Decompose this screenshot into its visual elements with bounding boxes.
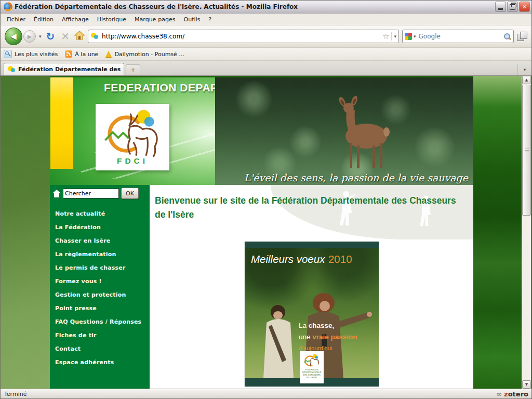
fdci-logo: FDCI (101, 108, 164, 166)
sidebar-search-row: OK (50, 188, 150, 199)
sidebar-item-faq[interactable]: FAQ Questions / Réponses (50, 315, 150, 328)
stop-button[interactable]: ✕ (59, 31, 71, 42)
web-search-input[interactable] (418, 32, 502, 41)
title-bar: Fédération Départementale des Chasseurs … (1, 1, 531, 14)
slogan-part: une (299, 333, 312, 341)
menu-fichier[interactable]: Fichier (3, 15, 30, 24)
voeux-2010-poster: Meilleurs voeux 2010 La chasse, une vrai… (245, 242, 379, 387)
zotero-logo-text: otero (508, 390, 528, 398)
refresh-button[interactable]: ↻ (45, 31, 57, 42)
sidebar-item-contact[interactable]: Contact (50, 342, 150, 355)
home-arrow-icon[interactable] (52, 190, 61, 197)
sidebar-item-point-presse[interactable]: Point presse (50, 301, 150, 315)
zotero-infinity-icon: ∞ (496, 390, 502, 398)
menu-marque-pages[interactable]: Marque-pages (130, 15, 179, 24)
tab-title: Fédération Départementale des Cha... (18, 66, 121, 73)
menu-help[interactable]: ? (204, 15, 216, 24)
restore-icon (510, 4, 515, 10)
sidebar-item-espace-adherents[interactable]: Espace adhérents (50, 355, 150, 369)
sidebar-item-actualite[interactable]: Notre actualité (50, 207, 150, 220)
fdci-acronym: FDCI (117, 156, 148, 165)
url-input[interactable] (101, 32, 380, 41)
home-button[interactable] (74, 31, 85, 42)
fdci-logo-box: FDCI (96, 104, 169, 170)
zotero-toggle[interactable]: ∞ zotero (496, 390, 529, 398)
url-dropdown[interactable]: ▾ (394, 34, 396, 39)
slogan-part: vraie passion (312, 333, 357, 341)
bookmark-label: À la une (75, 51, 98, 58)
menu-outils[interactable]: Outils (180, 15, 205, 24)
bookmark-label: Dailymotion - Poumsé ... (114, 51, 184, 58)
scroll-down-button[interactable]: ▼ (522, 380, 531, 389)
restore-button[interactable] (507, 2, 518, 12)
sidebar-item-fiches-tir[interactable]: Fiches de tir (50, 328, 150, 342)
deer-photo: L'éveil des sens, la passion de la vie s… (215, 77, 473, 185)
refresh-icon: ↻ (46, 30, 55, 43)
sidebar-item-gestion[interactable]: Gestion et protection (50, 288, 150, 301)
poster-logo-box: FÉDÉRATION DÉPARTEMENTALE DES CHASSEURS … (300, 351, 324, 383)
tab-strip: Fédération Départementale des Cha... + ▾ (1, 61, 531, 76)
site-favicon (90, 33, 99, 40)
menu-historique[interactable]: Historique (93, 15, 130, 24)
bookmark-headlines[interactable]: À la une (65, 50, 98, 58)
window-title: Fédération Départementale des Chasseurs … (15, 3, 494, 10)
sidebar-item-formez-vous[interactable]: Formez vous ! (50, 274, 150, 288)
dailymotion-icon (105, 51, 112, 57)
site-banner: FEDERATION DEPARTEMENTALE DES CHASSEURS … (50, 77, 473, 185)
sidebar-menu: Notre actualité La Fédération Chasser en… (50, 207, 150, 369)
most-visited-icon (4, 50, 12, 58)
tab-favicon (7, 66, 16, 73)
search-box[interactable]: ▾ (402, 30, 514, 43)
firefox-icon (4, 3, 12, 11)
zotero-logo: z (504, 390, 508, 398)
bookmark-star-icon[interactable]: ☆ (382, 32, 389, 41)
search-magnifier-icon[interactable] (503, 33, 511, 41)
bookmark-most-visited[interactable]: Les plus visités (4, 50, 58, 58)
main-content: Bienvenue sur le site de la Fédération D… (150, 185, 473, 389)
back-button[interactable]: ◀ (5, 28, 22, 45)
close-button[interactable]: ✕ (519, 2, 530, 12)
menu-affichage[interactable]: Affichage (58, 15, 93, 24)
new-tab-button[interactable]: + (126, 64, 140, 75)
search-engine-dropdown[interactable]: ▾ (414, 34, 416, 39)
menu-edition[interactable]: Édition (30, 15, 58, 24)
poster-fdci-logo (303, 353, 321, 368)
sidebar-item-reglementation[interactable]: La règlementation (50, 247, 150, 261)
bookmarks-bar: Les plus visités À la une Dailymotion - … (1, 48, 531, 61)
home-icon (74, 31, 85, 40)
site-search-input[interactable] (63, 189, 119, 198)
active-tab[interactable]: Fédération Départementale des Cha... (4, 63, 124, 75)
scroll-up-button[interactable]: ▲ (522, 76, 531, 84)
status-text: Terminé (3, 391, 496, 397)
slogan-part: d'aujourd'hui (299, 345, 332, 351)
browser-window: Fédération Départementale des Chasseurs … (0, 0, 532, 399)
greeting-year: 2010 (328, 253, 352, 265)
back-icon: ◀ (10, 32, 17, 41)
tab-windows-icon[interactable] (517, 32, 527, 41)
scrollbar-thumb[interactable] (522, 85, 531, 216)
url-bar[interactable]: ☆ ▾ (88, 30, 399, 43)
vertical-scrollbar[interactable]: ▲ ▼ (522, 76, 531, 389)
minimize-icon (498, 8, 503, 10)
poster-slogan: La chasse, une vraie passion d'aujourd'h… (299, 320, 377, 353)
navigation-toolbar: ◀ ▶ ▾ ↻ ✕ ☆ ▾ ▾ (1, 25, 531, 48)
sidebar-item-federation[interactable]: La Fédération (50, 220, 150, 234)
list-all-tabs-button[interactable]: ▾ (517, 64, 531, 75)
sidebar-item-permis[interactable]: Le permis de chasser (50, 261, 150, 274)
sidebar: OK Notre actualité La Fédération Chasser… (50, 185, 150, 389)
menu-bar: Fichier Édition Affichage Historique Mar… (1, 14, 531, 25)
bookmark-dailymotion[interactable]: Dailymotion - Poumsé ... (105, 51, 184, 58)
greeting-text: Meilleurs voeux (251, 253, 325, 265)
sidebar-item-chasser[interactable]: Chasser en Isère (50, 234, 150, 247)
minimize-button[interactable] (495, 2, 506, 12)
poster-greeting: Meilleurs voeux 2010 (251, 253, 352, 265)
forward-button[interactable]: ▶ (23, 30, 36, 43)
close-icon: ✕ (522, 4, 527, 10)
site-search-ok-button[interactable]: OK (121, 188, 139, 199)
site-container: FEDERATION DEPARTEMENTALE DES CHASSEURS … (50, 77, 473, 389)
history-dropdown[interactable]: ▾ (39, 34, 42, 39)
deer-illustration (318, 88, 407, 179)
poster-top-band (245, 242, 379, 248)
slogan-part: chasse, (309, 322, 335, 329)
forward-icon: ▶ (28, 33, 32, 40)
